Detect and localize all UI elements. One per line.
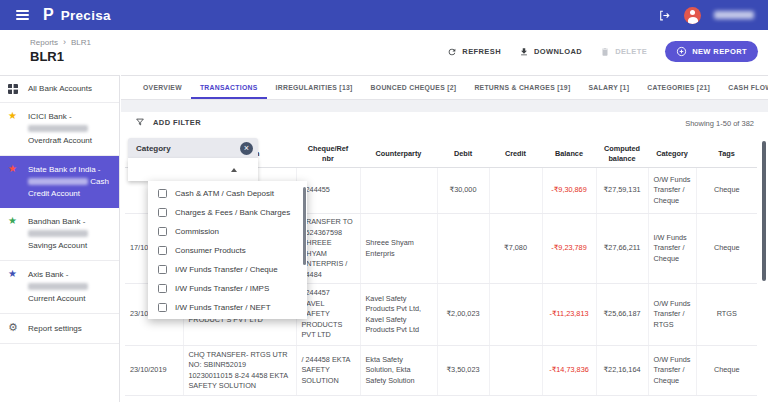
col-category[interactable]: Category (648, 141, 696, 168)
chevron-up-icon (231, 168, 237, 172)
tab-bounced-cheques[interactable]: BOUNCED CHEQUES [2] (362, 76, 466, 99)
bank-account-text: Axis Bank - Current Account (28, 269, 113, 305)
col-debit[interactable]: Debit (437, 141, 489, 168)
checkbox[interactable] (158, 303, 167, 312)
brand-name: Precisa (61, 8, 111, 23)
chevron-right-icon: › (63, 37, 66, 47)
top-app-bar: P Precisa (0, 0, 768, 30)
grid-icon (8, 84, 18, 94)
checkbox[interactable] (158, 227, 167, 236)
col-computed-balance[interactable]: Computed balance (596, 141, 648, 168)
sidebar-item-icici-bank[interactable]: ★ ICICI Bank - Overdraft Account (0, 103, 119, 156)
sidebar-item-all-bank-accounts[interactable]: All Bank Accounts (0, 76, 119, 103)
gear-icon: ⚙ (8, 322, 18, 332)
option-cash-atm-cash-deposit[interactable]: Cash & ATM / Cash Deposit (148, 184, 307, 203)
background-band (121, 100, 768, 112)
all-accounts-label: All Bank Accounts (28, 84, 92, 93)
checkbox[interactable] (158, 265, 167, 274)
breadcrumb: Reports › BLR1 (30, 37, 91, 47)
tab-strip: OVERVIEW TRANSACTIONS IRREGULARITIES [13… (121, 76, 768, 100)
redacted-account-number (28, 125, 88, 132)
star-icon: ★ (8, 269, 17, 279)
download-button[interactable]: DOWNLOAD (519, 47, 582, 57)
option-iw-funds-transfer-neft[interactable]: I/W Funds Transfer / NEFT (148, 298, 307, 317)
sidebar-item-report-settings[interactable]: ⚙ Report settings (0, 314, 119, 344)
checkbox[interactable] (158, 246, 167, 255)
option-iw-funds-transfer-imps[interactable]: I/W Funds Transfer / IMPS (148, 279, 307, 298)
logout-icon[interactable] (658, 9, 671, 22)
report-header: Reports › BLR1 BLR1 REFRESH DOWNLOAD DEL… (0, 30, 768, 75)
star-icon: ★ (8, 164, 17, 174)
refresh-button[interactable]: REFRESH (447, 47, 501, 57)
bank-account-text: Bandhan Bank - Savings Account (28, 216, 113, 252)
precisa-logo-icon: P (43, 6, 54, 24)
menu-icon[interactable] (16, 10, 29, 20)
category-filter-popup: Category × Cash & ATM / Cash Deposit Cha… (128, 138, 258, 181)
main-content: OVERVIEW TRANSACTIONS IRREGULARITIES [13… (121, 75, 768, 402)
tab-cash-flow[interactable]: CASH FLOW (719, 76, 768, 99)
user-avatar[interactable] (684, 7, 701, 24)
col-counterparty[interactable]: Counterparty (360, 141, 437, 168)
close-icon[interactable]: × (240, 142, 253, 155)
checkbox[interactable] (158, 284, 167, 293)
checkbox[interactable] (158, 189, 167, 198)
col-tags[interactable]: Tags (696, 141, 757, 168)
result-count: Showing 1-50 of 382 (685, 119, 754, 128)
app-window: P Precisa Reports › BLR1 BLR1 REFRESH DO… (0, 0, 768, 402)
redacted-account-number (28, 283, 88, 290)
tab-returns-charges[interactable]: RETURNS & CHARGES [19] (465, 76, 579, 99)
page-title: BLR1 (30, 49, 64, 64)
category-filter-chip[interactable]: Category × (128, 138, 258, 158)
tab-salary[interactable]: SALARY [1] (579, 76, 638, 99)
tab-irregularities[interactable]: IRREGULARITIES [13] (267, 76, 362, 99)
username-redacted (714, 11, 754, 19)
funnel-icon (135, 117, 145, 127)
category-select-input[interactable] (128, 158, 258, 181)
col-credit[interactable]: Credit (489, 141, 542, 168)
breadcrumb-current: BLR1 (71, 38, 91, 47)
toolbar: REFRESH DOWNLOAD DELETE NEW REPORT (447, 41, 758, 62)
tab-categories[interactable]: CATEGORIES [21] (638, 76, 719, 99)
report-settings-label: Report settings (28, 324, 82, 333)
new-report-button[interactable]: NEW REPORT (665, 41, 758, 62)
sidebar-item-bandhan-bank[interactable]: ★ Bandhan Bank - Savings Account (0, 208, 119, 261)
checkbox[interactable] (158, 208, 167, 217)
col-balance[interactable]: Balance (542, 141, 596, 168)
tab-transactions[interactable]: TRANSACTIONS (191, 76, 267, 99)
star-icon: ★ (8, 111, 17, 121)
delete-button: DELETE (600, 47, 647, 57)
col-cheque-ref[interactable]: Cheque/Ref nbr (296, 141, 360, 168)
accounts-sidebar: All Bank Accounts ★ ICICI Bank - Overdra… (0, 75, 120, 402)
table-scrollbar[interactable] (762, 141, 766, 281)
filter-chip-label: Category (136, 144, 171, 153)
redacted-account-number (28, 230, 88, 237)
star-icon: ★ (8, 216, 17, 226)
category-dropdown: Cash & ATM / Cash Deposit Charges & Fees… (148, 181, 307, 319)
breadcrumb-reports-link[interactable]: Reports (30, 38, 58, 47)
bank-account-text: State Bank of India - Cash Credit Accoun… (28, 164, 113, 200)
dropdown-scrollbar[interactable] (303, 187, 306, 265)
table-row[interactable]: 23/10/2019 CHQ TRANSFER- RTGS UTR NO: SB… (125, 346, 757, 396)
sidebar-item-axis-bank[interactable]: ★ Axis Bank - Current Account (0, 261, 119, 314)
option-consumer-products[interactable]: Consumer Products (148, 241, 307, 260)
option-commission[interactable]: Commission (148, 222, 307, 241)
add-filter-button[interactable]: ADD FILTER (135, 117, 201, 127)
option-charges-fees-bank-charges[interactable]: Charges & Fees / Bank Charges (148, 203, 307, 222)
redacted-account-number (28, 178, 88, 185)
bank-account-text: ICICI Bank - Overdraft Account (28, 111, 113, 147)
sidebar-item-state-bank-of-india[interactable]: ★ State Bank of India - Cash Credit Acco… (0, 156, 119, 208)
option-iw-funds-transfer-cheque[interactable]: I/W Funds Transfer / Cheque (148, 260, 307, 279)
tab-overview[interactable]: OVERVIEW (134, 76, 191, 99)
